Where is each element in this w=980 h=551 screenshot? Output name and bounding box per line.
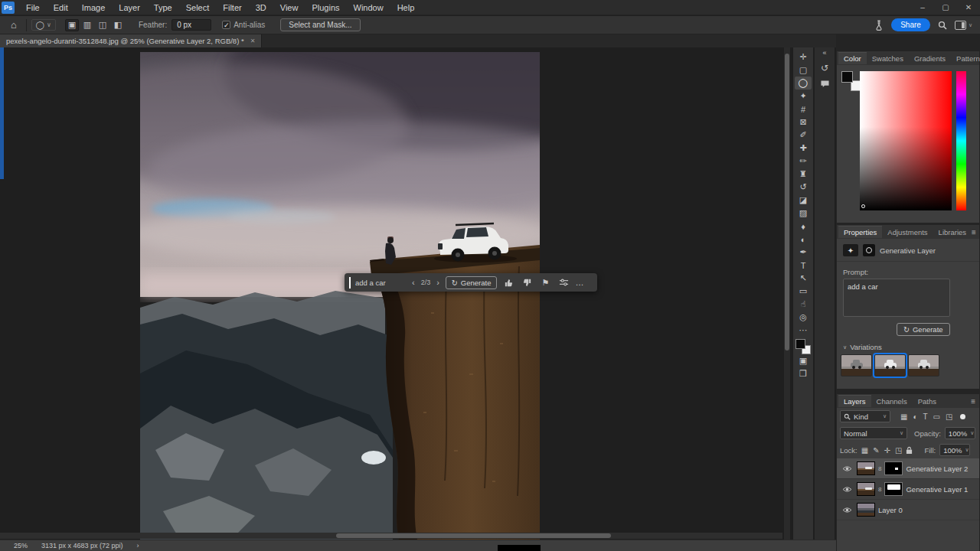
menu-item-image[interactable]: Image	[75, 2, 113, 14]
layer-row-generative-layer-1[interactable]: 8 Generative Layer 1	[837, 479, 979, 500]
history-panel-icon[interactable]: ↺	[821, 63, 828, 73]
comments-panel-icon[interactable]	[820, 80, 830, 88]
search-icon[interactable]	[938, 21, 947, 30]
report-flag-icon[interactable]: ⚑	[538, 276, 552, 289]
layer-filter-kind-dropdown[interactable]: Kind ∨	[840, 410, 890, 422]
frame-tool[interactable]: ⊠	[795, 116, 812, 129]
layer-thumbnail[interactable]	[857, 503, 875, 517]
layer-filter-icon-4[interactable]: ◳	[946, 412, 952, 421]
visibility-eye-icon[interactable]	[840, 465, 854, 472]
magic-wand-tool[interactable]: ✦	[795, 90, 812, 103]
panel-fg-bg-swatches[interactable]	[841, 71, 861, 91]
tab-close-icon[interactable]: ✕	[250, 37, 256, 44]
thumbs-up-icon[interactable]	[501, 276, 515, 289]
vertical-scrollbar-thumb[interactable]	[785, 54, 789, 350]
beta-flask-icon[interactable]	[874, 20, 884, 31]
menu-item-plugins[interactable]: Plugins	[305, 2, 346, 14]
layer-mask-thumbnail[interactable]	[884, 461, 903, 475]
layer-row-generative-layer-2[interactable]: 8 Generative Layer 2	[837, 458, 979, 479]
antialias-checkbox[interactable]: ✓ Anti-alias	[222, 21, 265, 29]
menu-item-window[interactable]: Window	[347, 2, 390, 14]
variations-header[interactable]: ∨ Variations	[837, 336, 979, 354]
layer-filter-icon-3[interactable]: ▭	[933, 412, 940, 421]
opacity-dropdown[interactable]: 100% ∨	[945, 427, 975, 439]
edit-toolbar-icon[interactable]: ⋯	[795, 324, 812, 337]
prompt-textarea[interactable]: add a car	[843, 279, 950, 317]
layer-filter-icon-0[interactable]: ▦	[900, 412, 907, 421]
maximize-button[interactable]: ▢	[934, 1, 957, 14]
taskbar-prompt-input[interactable]: add a car	[355, 279, 406, 287]
lasso-tool[interactable]: ◯	[795, 77, 812, 90]
quick-mask-icon[interactable]: ▣	[795, 354, 812, 367]
foreground-background-colors[interactable]	[795, 339, 811, 354]
fill-dropdown[interactable]: 100% ∨	[939, 444, 970, 456]
eraser-tool[interactable]: ◪	[795, 194, 812, 207]
filter-toggle-icon[interactable]	[960, 414, 965, 419]
foreground-color-swatch[interactable]	[841, 71, 853, 83]
selection-mode-icon-2[interactable]: ◫	[96, 19, 109, 31]
menu-item-type[interactable]: Type	[147, 2, 179, 14]
tab-gradients[interactable]: Gradients	[909, 53, 951, 64]
tab-layers[interactable]: Layers	[838, 395, 871, 407]
variation-thumbnail-1[interactable]	[841, 354, 872, 377]
zoom-tool[interactable]: ◎	[795, 311, 812, 324]
pen-tool[interactable]: ✒	[795, 246, 812, 259]
lock-icon-1[interactable]: ✎	[873, 446, 879, 455]
close-button[interactable]: ✕	[957, 1, 980, 14]
tab-patterns[interactable]: Patterns	[951, 53, 980, 64]
healing-brush-tool[interactable]: ✚	[795, 142, 812, 155]
canvas-area[interactable]: add a car ‹ 2/3 › ↻ Generate ⚑ …	[0, 47, 792, 540]
crop-tool[interactable]: #	[795, 103, 812, 116]
tab-adjustments[interactable]: Adjustments	[882, 227, 933, 238]
hand-tool[interactable]: ☝	[795, 298, 812, 311]
settings-sliders-icon[interactable]	[557, 276, 570, 289]
menu-item-edit[interactable]: Edit	[47, 2, 75, 14]
screen-mode-icon[interactable]: ❒	[795, 367, 812, 380]
lock-icon-2[interactable]: ✛	[884, 446, 890, 455]
layer-thumbnail[interactable]	[857, 461, 875, 475]
foreground-color-swatch[interactable]	[795, 339, 805, 349]
selection-mode-icon-3[interactable]: ◧	[111, 19, 125, 31]
menu-item-file[interactable]: File	[19, 2, 47, 14]
tab-libraries[interactable]: Libraries	[933, 227, 972, 238]
lock-icon-3[interactable]: ◳	[895, 446, 902, 455]
minimize-button[interactable]: –	[911, 1, 934, 14]
move-tool[interactable]: ✛	[795, 51, 812, 64]
layer-name[interactable]: Generative Layer 2	[906, 465, 968, 473]
feather-input[interactable]: 0 px	[172, 19, 211, 31]
path-selection-tool[interactable]: ↖	[795, 272, 812, 285]
menu-item-layer[interactable]: Layer	[112, 2, 147, 14]
lock-all-icon[interactable]	[906, 446, 913, 455]
tab-properties[interactable]: Properties	[838, 226, 882, 238]
previous-variation-button[interactable]: ‹	[410, 278, 416, 287]
clone-stamp-tool[interactable]: ♜	[795, 168, 812, 181]
tab-swatches[interactable]: Swatches	[867, 53, 909, 64]
eyedropper-tool[interactable]: ✐	[795, 129, 812, 142]
blend-mode-dropdown[interactable]: Normal ∨	[840, 427, 907, 439]
marquee-tool[interactable]: ▢	[795, 64, 812, 77]
lock-icon-0[interactable]: ▦	[861, 446, 868, 455]
dodge-tool[interactable]: ◐	[795, 233, 812, 246]
thumbs-down-icon[interactable]	[520, 276, 534, 289]
more-options-icon[interactable]: …	[575, 278, 583, 287]
select-and-mask-button[interactable]: Select and Mask...	[280, 18, 360, 31]
layer-filter-icon-1[interactable]: ◐	[913, 412, 917, 421]
vertical-scrollbar[interactable]	[784, 47, 790, 540]
layer-name[interactable]: Layer 0	[878, 506, 903, 514]
tab-paths[interactable]: Paths	[913, 396, 942, 407]
horizontal-scrollbar-thumb[interactable]	[336, 533, 611, 538]
horizontal-scrollbar[interactable]	[0, 533, 782, 539]
menu-item-3d[interactable]: 3D	[249, 2, 273, 14]
layer-row-layer-0[interactable]: Layer 0	[837, 500, 979, 520]
document-image[interactable]	[140, 52, 540, 540]
taskbar-generate-button[interactable]: ↻ Generate	[446, 276, 498, 289]
menu-item-select[interactable]: Select	[179, 2, 217, 14]
color-field-selector[interactable]	[861, 204, 865, 208]
selection-mode-icon-1[interactable]: ▥	[80, 19, 94, 31]
current-tool-indicator[interactable]: ◯ ∨	[31, 19, 56, 31]
menu-item-help[interactable]: Help	[390, 2, 422, 14]
menu-item-filter[interactable]: Filter	[216, 2, 248, 14]
brush-tool[interactable]: ✏	[795, 155, 812, 168]
panel-menu-icon[interactable]: ≡	[971, 397, 975, 406]
document-tab[interactable]: pexels-angelo-duranti-3512848.jpg @ 25% …	[0, 34, 262, 47]
